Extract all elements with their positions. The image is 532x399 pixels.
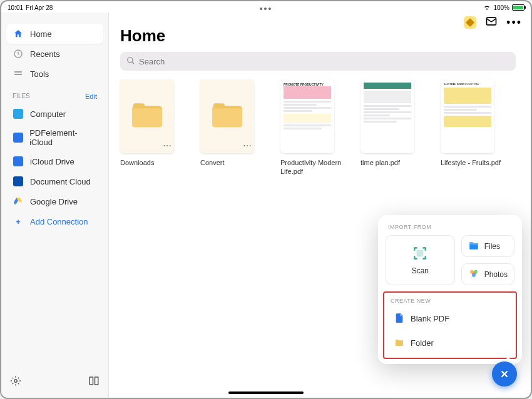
photos-app-icon	[468, 268, 479, 281]
tile-label: time plan.pdf	[361, 158, 423, 167]
import-photos-button[interactable]: Photos	[461, 263, 514, 285]
files-edit-button[interactable]: Edit	[85, 93, 97, 100]
search-icon	[126, 56, 135, 67]
home-indicator[interactable]	[228, 391, 304, 394]
tile-more-icon[interactable]: ⋯	[163, 141, 171, 151]
import-header: IMPORT FROM	[388, 224, 512, 230]
tile-label: Productivity Modern Life.pdf	[280, 158, 343, 176]
folder-icon	[394, 337, 404, 349]
sidebar-item-label: Document Cloud	[30, 177, 91, 186]
status-date: Fri Apr 28	[26, 4, 53, 11]
app-window: 10:01 Fri Apr 28 ••• 100% ••• Home	[0, 0, 532, 399]
sidebar-item-label: Tools	[30, 69, 49, 79]
sidebar-item-label: iCloud Drive	[30, 157, 74, 166]
blank-pdf-icon	[394, 313, 404, 325]
svg-rect-8	[417, 251, 423, 256]
doc-cloud-icon	[13, 176, 24, 187]
create-folder-button[interactable]: Folder	[389, 331, 511, 355]
svg-rect-2	[14, 71, 22, 73]
svg-point-12	[472, 273, 476, 277]
scan-icon	[412, 245, 428, 261]
import-files-button[interactable]: Files	[461, 235, 514, 257]
svg-rect-6	[95, 377, 98, 385]
clock-icon	[13, 48, 24, 59]
main-content: Home ⋯ Downloads	[109, 13, 531, 398]
tile-label: Downloads	[120, 158, 183, 167]
settings-icon[interactable]	[10, 375, 21, 389]
folder-icon	[132, 103, 162, 128]
sidebar-add-connection[interactable]: + Add Connection	[6, 211, 103, 231]
sidebar: Home Recents Tools FILES Edit Compu	[1, 13, 109, 398]
layout-toggle-icon[interactable]	[88, 375, 100, 389]
sidebar-item-icloud-drive[interactable]: iCloud Drive	[6, 151, 103, 171]
sidebar-item-tools[interactable]: Tools	[6, 64, 103, 84]
tile-document[interactable]: PROMOTE PRODUCTIVITY Productivity Modern…	[280, 79, 343, 176]
sidebar-item-label: Recents	[30, 49, 60, 59]
sidebar-item-computer[interactable]: Computer	[6, 104, 103, 124]
import-files-label: Files	[484, 242, 500, 251]
close-icon	[499, 368, 510, 380]
sidebar-item-label: Computer	[30, 109, 66, 119]
tools-icon	[13, 68, 24, 79]
sidebar-item-document-cloud[interactable]: Document Cloud	[6, 171, 103, 191]
doc-thumbnail: AND FEEL GOOD EVERY DAY	[444, 83, 491, 150]
svg-point-7	[128, 57, 133, 62]
sidebar-item-pdfelement-icloud[interactable]: PDFelement-iCloud	[6, 124, 103, 151]
sidebar-item-label: Google Drive	[30, 197, 78, 206]
search-input[interactable]	[139, 57, 509, 66]
files-header-label: FILES	[13, 93, 30, 100]
add-popup: IMPORT FROM Scan Files	[378, 215, 522, 364]
svg-rect-5	[90, 377, 93, 385]
status-bar: 10:01 Fri Apr 28 ••• 100%	[1, 1, 531, 13]
tile-label: Lifestyle - Fruits.pdf	[441, 158, 503, 167]
sidebar-item-recents[interactable]: Recents	[6, 44, 103, 64]
battery-icon	[512, 4, 524, 11]
close-fab-button[interactable]	[492, 361, 517, 386]
create-header: CREATE NEW	[391, 298, 509, 304]
page-title: Home	[120, 26, 516, 46]
import-scan-label: Scan	[412, 266, 429, 275]
sidebar-item-home[interactable]: Home	[6, 24, 103, 44]
create-blank-pdf-label: Blank PDF	[411, 314, 449, 323]
search-field[interactable]	[120, 52, 516, 71]
sidebar-item-label: PDFelement-iCloud	[29, 128, 97, 147]
google-drive-icon	[13, 196, 24, 207]
folder-blue-icon	[13, 132, 23, 143]
svg-point-10	[470, 270, 474, 274]
tile-document[interactable]: time plan.pdf	[361, 79, 423, 176]
import-photos-label: Photos	[484, 270, 508, 279]
import-scan-button[interactable]: Scan	[386, 235, 455, 285]
battery-pct: 100%	[493, 4, 509, 11]
svg-point-4	[14, 380, 18, 383]
tile-more-icon[interactable]: ⋯	[243, 141, 252, 151]
sidebar-item-label: Add Connection	[30, 217, 88, 226]
sidebar-files-header: FILES Edit	[6, 84, 103, 104]
doc-thumbnail: PROMOTE PRODUCTIVITY	[284, 83, 331, 150]
tile-label: Convert	[200, 158, 263, 167]
monitor-icon	[13, 108, 24, 119]
doc-thumbnail	[364, 83, 411, 150]
plus-icon: +	[13, 216, 24, 227]
create-folder-label: Folder	[411, 338, 434, 348]
tile-folder[interactable]: ⋯ Convert	[200, 79, 263, 176]
sidebar-item-google-drive[interactable]: Google Drive	[6, 191, 103, 211]
svg-point-11	[474, 270, 478, 274]
folder-icon	[212, 103, 242, 128]
tile-folder[interactable]: ⋯ Downloads	[120, 79, 183, 176]
tile-document[interactable]: AND FEEL GOOD EVERY DAY Lifestyle - Frui…	[441, 79, 503, 176]
home-icon	[13, 28, 24, 39]
svg-rect-3	[14, 74, 22, 75]
file-grid: ⋯ Downloads ⋯ Convert	[120, 79, 516, 176]
create-new-section: CREATE NEW Blank PDF Folder	[383, 291, 517, 359]
files-app-icon	[468, 240, 479, 253]
wifi-icon	[483, 4, 491, 11]
status-time: 10:01	[8, 4, 23, 11]
create-blank-pdf-button[interactable]: Blank PDF	[389, 306, 511, 331]
sidebar-item-label: Home	[30, 29, 52, 39]
cloud-drive-icon	[13, 156, 24, 167]
